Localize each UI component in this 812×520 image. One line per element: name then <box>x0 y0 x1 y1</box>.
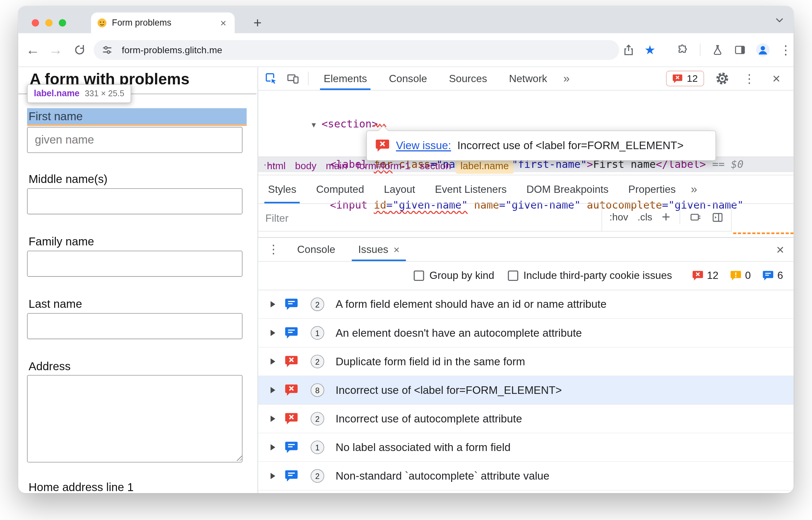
tab-dom-breakpoints[interactable]: DOM Breakpoints <box>516 175 618 204</box>
window-close-button[interactable] <box>32 19 39 27</box>
devtools-tab-elements[interactable]: Elements <box>313 67 378 90</box>
extensions-button[interactable] <box>674 41 692 59</box>
inspect-cursor-icon <box>264 72 278 85</box>
more-style-tabs-button[interactable]: » <box>686 183 703 196</box>
disclosure-triangle-icon[interactable] <box>271 473 275 479</box>
issue-title[interactable]: Duplicate form field id in the same form <box>335 356 525 368</box>
devtools-close-button[interactable]: × <box>768 70 785 87</box>
disclosure-triangle-icon[interactable] <box>271 416 275 422</box>
site-info-icon[interactable] <box>101 44 113 56</box>
window-minimize-button[interactable] <box>45 19 53 27</box>
issue-title[interactable]: No label associated with a form field <box>335 441 510 453</box>
issue-title[interactable]: An element doesn't have an autocomplete … <box>335 327 582 339</box>
group-by-kind-checkbox[interactable] <box>414 270 424 281</box>
window-zoom-button[interactable] <box>59 19 66 27</box>
issue-title[interactable]: Incorrect use of <label for=FORM_ELEMENT… <box>335 384 562 396</box>
new-tab-button[interactable]: + <box>249 15 267 32</box>
disclosure-triangle-icon[interactable] <box>271 387 275 393</box>
issue-title[interactable]: Incorrect use of autocomplete attribute <box>335 413 522 425</box>
address-textarea[interactable] <box>27 375 243 463</box>
breadcrumb-html[interactable]: html <box>262 158 290 174</box>
browser-tab[interactable]: Form problems × <box>91 12 235 33</box>
address-bar[interactable]: form-problems.glitch.me <box>94 40 619 60</box>
toggle-element-state-button[interactable]: :hov <box>610 212 628 223</box>
address-label: Address <box>29 360 71 373</box>
issues-error-badge[interactable]: 12 <box>666 71 704 86</box>
view-issue-link[interactable]: View issue: <box>396 139 451 152</box>
inspect-element-button[interactable] <box>262 70 280 87</box>
tab-close-icon[interactable]: × <box>218 18 228 28</box>
dom-node-section[interactable]: ▼<section> <box>258 116 793 132</box>
side-panel-button[interactable] <box>731 41 749 59</box>
flask-icon <box>711 44 724 56</box>
disclosure-triangle-icon[interactable] <box>271 358 275 365</box>
bookmark-button[interactable]: ★ <box>641 41 659 59</box>
drawer-header: ⋮ Console Issues × × <box>258 238 793 262</box>
devtools-tab-sources[interactable]: Sources <box>438 67 498 90</box>
issues-tab-close-icon[interactable]: × <box>394 244 400 255</box>
tab-computed[interactable]: Computed <box>306 175 374 204</box>
third-party-checkbox[interactable] <box>508 270 518 281</box>
devtools-settings-button[interactable] <box>713 70 731 87</box>
drawer-tab-console[interactable]: Console <box>285 238 347 261</box>
error-bubble-icon <box>692 270 703 281</box>
browser-window: Form problems × + ← → <box>18 6 793 493</box>
disclosure-triangle-icon[interactable] <box>271 444 275 450</box>
styles-filter-input[interactable] <box>264 209 558 227</box>
element-classes-button[interactable]: .cls <box>637 212 652 223</box>
drawer-menu-icon[interactable]: ⋮ <box>268 243 279 255</box>
first-name-input[interactable] <box>27 127 243 153</box>
reload-button[interactable] <box>70 41 89 59</box>
devtools-tab-network[interactable]: Network <box>498 67 558 90</box>
breadcrumb-main[interactable]: main <box>321 158 352 174</box>
tab-event-listeners[interactable]: Event Listeners <box>425 175 516 204</box>
url-text: form-problems.glitch.me <box>122 44 223 55</box>
issue-count-badge: 2 <box>310 412 324 425</box>
drawer-tab-issues[interactable]: Issues × <box>347 238 411 261</box>
share-button[interactable] <box>620 41 637 59</box>
family-name-input[interactable] <box>27 251 243 277</box>
forward-button[interactable]: → <box>46 41 65 59</box>
expand-arrow-icon[interactable]: ▼ <box>310 121 318 129</box>
new-style-rule-button[interactable]: + <box>662 208 670 225</box>
tab-layout[interactable]: Layout <box>374 175 425 204</box>
drawer-close-icon[interactable]: × <box>776 243 784 256</box>
issue-row[interactable]: 2 Duplicate form field id in the same fo… <box>258 347 793 376</box>
share-icon <box>623 44 635 56</box>
issue-row[interactable]: 1 No label associated with a form field <box>258 433 793 462</box>
tab-styles[interactable]: Styles <box>258 175 306 204</box>
breadcrumb-body[interactable]: body <box>290 158 321 174</box>
rendering-emulations-icon[interactable] <box>689 211 702 224</box>
issue-row[interactable]: 2 Incorrect use of autocomplete attribut… <box>258 405 793 433</box>
styles-filter-controls: :hov .cls + <box>602 203 731 232</box>
last-name-input[interactable] <box>27 313 243 339</box>
back-button[interactable]: ← <box>23 41 42 59</box>
tab-search-chevron-icon[interactable] <box>774 15 785 26</box>
middle-name-input[interactable] <box>27 188 243 214</box>
message-bubble-icon <box>285 470 298 482</box>
issue-row[interactable]: 2 A form field element should have an id… <box>258 290 793 319</box>
devtools-menu-button[interactable]: ⋮ <box>740 70 758 87</box>
highlighted-first-name-label[interactable]: First name <box>27 108 247 124</box>
tab-strip: Form problems × + <box>18 6 793 33</box>
issue-title[interactable]: Non-standard `autocomplete` attribute va… <box>335 470 550 482</box>
more-panels-button[interactable]: » <box>558 72 575 85</box>
error-counter: 12 <box>692 269 718 281</box>
back-icon: ← <box>26 43 40 57</box>
experiments-button[interactable] <box>709 41 727 59</box>
disclosure-triangle-icon[interactable] <box>271 330 275 336</box>
issue-row-selected[interactable]: 8 Incorrect use of <label for=FORM_ELEME… <box>258 376 793 405</box>
profile-avatar[interactable] <box>754 41 771 59</box>
devtools-tab-console[interactable]: Console <box>378 67 438 90</box>
tab-properties[interactable]: Properties <box>618 175 686 204</box>
device-toolbar-button[interactable] <box>284 70 302 87</box>
group-by-kind-label: Group by kind <box>430 269 494 281</box>
issue-row[interactable]: 1 An element doesn't have an autocomplet… <box>258 319 793 347</box>
issue-row[interactable]: 2 Non-standard `autocomplete` attribute … <box>258 462 793 490</box>
issue-title[interactable]: A form field element should have an id o… <box>335 298 606 310</box>
browser-menu-button[interactable]: ⋮ <box>777 41 794 59</box>
devtools-toolbar: Elements Console Sources Network » 12 <box>258 67 793 90</box>
disclosure-triangle-icon[interactable] <box>271 301 275 308</box>
show-sidebar-icon[interactable] <box>711 211 724 224</box>
extensions-puzzle-icon <box>677 44 689 56</box>
